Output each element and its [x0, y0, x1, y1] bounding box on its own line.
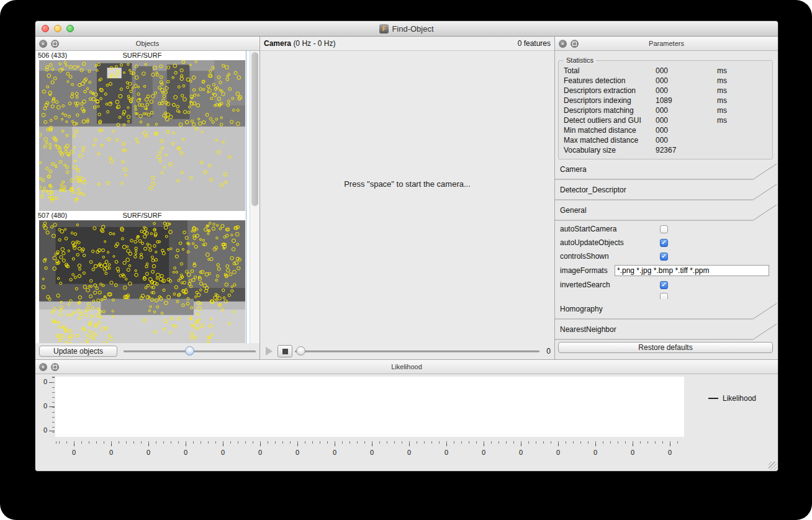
- float-panel-icon[interactable]: [571, 40, 579, 48]
- autoUpdateObjects-checkbox[interactable]: [660, 239, 668, 247]
- features-count-label: 0 features: [518, 39, 551, 48]
- stat-unit: ms: [717, 96, 772, 105]
- stat-row: Vocabulary size92367: [559, 145, 772, 155]
- panel-title: Parameters: [555, 40, 778, 47]
- param-label: imageFormats: [560, 266, 608, 275]
- param-row: [555, 292, 778, 299]
- likelihood-panel-header: Likelihood: [35, 360, 778, 374]
- close-panel-icon[interactable]: [39, 40, 47, 48]
- stat-unit: [717, 145, 772, 155]
- x-tick-label: 0: [55, 449, 92, 456]
- stat-row: Descriptors extraction000ms: [559, 86, 772, 96]
- camera-title-group: Camera (0 Hz - 0 Hz): [264, 39, 335, 48]
- stat-row: Features detection000ms: [559, 76, 772, 86]
- play-icon: [266, 347, 273, 356]
- tab-edge: [555, 180, 778, 200]
- stat-value: 000: [656, 105, 717, 115]
- update-objects-button[interactable]: Update objects: [39, 346, 117, 357]
- x-tick-label: 0: [167, 449, 204, 456]
- camera-controls: 0: [260, 343, 554, 359]
- x-tick-label: 0: [241, 449, 279, 456]
- statistics-rows: Total000msFeatures detection000msDescrip…: [559, 66, 772, 155]
- object-image-1[interactable]: [39, 60, 245, 211]
- stat-row: Min matched distance000: [559, 125, 772, 135]
- camera-panel-title: Camera: [264, 39, 291, 48]
- parameters-body: Statistics Total000msFeatures detection0…: [555, 50, 778, 359]
- scrollbar-thumb[interactable]: [251, 52, 258, 206]
- float-panel-icon[interactable]: [51, 40, 59, 48]
- desktop-background: Find-Object Objects 506 (433) SURF/SURF: [0, 0, 812, 520]
- stat-label: Total: [564, 66, 656, 76]
- camera-start-message: Press "space" to start the camera...: [260, 179, 554, 189]
- dock-area: Objects 506 (433) SURF/SURF 507 (480) SU…: [35, 37, 778, 359]
- objects-controls: Update objects: [35, 343, 259, 359]
- objects-scrollbar[interactable]: [250, 51, 259, 343]
- stat-unit: [717, 125, 772, 135]
- slider-thumb[interactable]: [185, 346, 194, 356]
- controlsShown-checkbox[interactable]: [660, 253, 668, 261]
- param-label: invertedSearch: [560, 280, 610, 289]
- object-detector-label: SURF/SURF: [39, 51, 245, 60]
- zoom-window-button[interactable]: [66, 25, 74, 32]
- close-window-button[interactable]: [42, 25, 49, 32]
- stat-label: Max matched distance: [564, 135, 656, 145]
- focus-border: [246, 51, 246, 343]
- stat-row: Descriptors indexing1089ms: [559, 96, 772, 105]
- x-tick-label: 0: [130, 449, 167, 456]
- x-tick-label: 0: [651, 449, 688, 456]
- resize-grip[interactable]: [769, 462, 777, 470]
- likelihood-plot-area: 000 00000000000000000 Likelihood: [35, 374, 778, 472]
- section-tab-detector-descriptor[interactable]: Detector_Descriptor: [555, 180, 778, 200]
- objects-panel-header: Objects: [35, 37, 259, 51]
- frame-counter: 0: [544, 347, 551, 356]
- object-image-2[interactable]: [39, 220, 245, 343]
- stat-label: Detect outliers and GUI: [564, 115, 656, 125]
- stop-icon: [282, 349, 288, 354]
- section-tab-camera[interactable]: Camera: [555, 159, 778, 180]
- float-panel-icon[interactable]: [51, 363, 59, 371]
- section-tab-general[interactable]: General: [555, 200, 778, 221]
- close-panel-icon[interactable]: [39, 363, 47, 371]
- x-tick-label: 0: [539, 449, 577, 456]
- camera-seek-slider[interactable]: [295, 346, 539, 356]
- x-tick-label: 0: [390, 449, 428, 456]
- objects-size-slider[interactable]: [124, 346, 256, 356]
- tab-edge: [555, 299, 778, 320]
- x-tick-label: 0: [614, 449, 651, 456]
- parameter-checkbox[interactable]: [660, 293, 668, 299]
- invertedSearch-checkbox[interactable]: [660, 281, 668, 289]
- parameters-panel-header: Parameters: [555, 37, 778, 51]
- window-title: Find-Object: [392, 24, 433, 34]
- plot-canvas: [55, 377, 684, 437]
- section-tab-homography[interactable]: Homography: [555, 299, 778, 320]
- tab-edge: [555, 159, 778, 180]
- close-panel-icon[interactable]: [559, 40, 567, 48]
- stat-label: Features detection: [564, 76, 656, 86]
- titlebar[interactable]: Find-Object: [35, 21, 778, 37]
- stat-label: Descriptors extraction: [564, 86, 656, 96]
- autoStartCamera-checkbox[interactable]: [660, 225, 668, 233]
- slider-track[interactable]: [295, 351, 539, 352]
- stat-value: 000: [656, 86, 717, 96]
- plot-legend: Likelihood: [708, 394, 756, 403]
- imageFormats-input[interactable]: [615, 265, 769, 276]
- stat-row: Descriptors matching000ms: [559, 105, 772, 115]
- camera-view[interactable]: Press "space" to start the camera...: [260, 51, 554, 343]
- y-tick-label: 0: [38, 426, 47, 434]
- stat-value: 1089: [656, 96, 717, 105]
- play-button[interactable]: [263, 345, 275, 357]
- stat-unit: ms: [717, 115, 772, 125]
- slider-thumb[interactable]: [296, 346, 305, 356]
- y-tick-label: 0: [38, 378, 47, 385]
- x-tick-label: 0: [279, 449, 316, 456]
- y-tick-label: 0: [38, 402, 47, 410]
- param-row: controlsShown: [555, 249, 778, 263]
- restore-defaults-button[interactable]: Restore defaults: [558, 342, 773, 353]
- objects-list: 506 (433) SURF/SURF 507 (480) SURF/SURF: [35, 51, 259, 343]
- x-tick-label: 0: [353, 449, 390, 456]
- stat-row: Detect outliers and GUI000ms: [559, 115, 772, 125]
- section-tab-nearestneighbor[interactable]: NearestNeighbor: [555, 320, 778, 340]
- object-detector-label: SURF/SURF: [39, 211, 245, 220]
- stop-button[interactable]: [277, 345, 292, 357]
- minimize-window-button[interactable]: [54, 25, 61, 32]
